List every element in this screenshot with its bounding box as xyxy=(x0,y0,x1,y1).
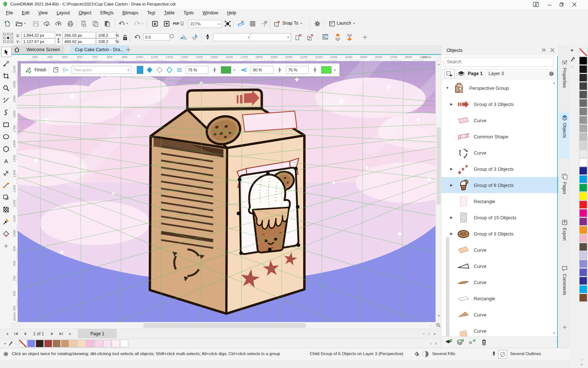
connector-tool[interactable] xyxy=(1,180,11,190)
outline-style-dropdown[interactable]: ▾ xyxy=(250,33,291,41)
copy-button[interactable] xyxy=(90,19,100,28)
menu-help[interactable]: Help xyxy=(223,10,241,16)
objects-scroll-down-icon[interactable]: ▼ xyxy=(553,332,556,335)
expander-icon[interactable]: ▶ xyxy=(450,167,456,171)
to-back-button[interactable] xyxy=(345,33,354,42)
remove-all-perspective-button[interactable] xyxy=(306,33,315,41)
doc-swatch-f6bddd[interactable] xyxy=(86,340,94,347)
open-button[interactable] xyxy=(14,19,24,28)
color-eyedropper-tool[interactable] xyxy=(1,217,11,226)
rectangle-tool[interactable] xyxy=(1,120,11,129)
expander-icon[interactable]: ▶ xyxy=(450,102,456,106)
welcome-home-tab[interactable] xyxy=(12,45,22,54)
palette-scroll-up-icon[interactable]: ⌃ xyxy=(571,66,574,70)
palette-swatch-141414[interactable] xyxy=(579,65,587,73)
menu-object[interactable]: Object xyxy=(74,10,96,16)
menu-layout[interactable]: Layout xyxy=(52,10,74,16)
finish-button[interactable]: Finish xyxy=(35,67,46,72)
undo-dropdown-caret[interactable]: ▾ xyxy=(126,22,128,25)
carton[interactable] xyxy=(150,90,304,314)
object-label[interactable]: Common Shape xyxy=(474,134,508,139)
snap-to-dropdown[interactable]: Snap To▾ xyxy=(282,21,302,26)
page-label[interactable]: Page 1 xyxy=(468,71,483,76)
docker-tab-objects[interactable]: Objects xyxy=(559,112,570,159)
object-row-12[interactable]: Curve xyxy=(441,274,559,290)
new-layer-button[interactable] xyxy=(445,339,452,346)
new-tab-button[interactable] xyxy=(126,47,131,52)
add-page-button[interactable]: + xyxy=(3,329,12,338)
mirror-horizontal-button[interactable] xyxy=(179,33,187,41)
palette-swatch-5a5ac2[interactable] xyxy=(579,268,587,276)
object-row-14[interactable]: Curve xyxy=(441,307,559,323)
y-position-field[interactable]: 1,137.67 px xyxy=(21,38,55,45)
docker-tab-export[interactable]: Export xyxy=(559,216,570,263)
add-page-button-2[interactable]: + xyxy=(65,329,74,338)
menu-text[interactable]: Text xyxy=(143,10,159,16)
first-page-button[interactable] xyxy=(12,329,21,338)
menu-file[interactable]: File xyxy=(1,10,17,16)
slider-handle-icon-1[interactable] xyxy=(211,66,218,74)
doc-swatch-a5714e[interactable] xyxy=(53,340,61,347)
object-height-field[interactable]: 496.62 px xyxy=(62,38,96,45)
object-row-4[interactable]: Curve xyxy=(441,145,559,161)
palette-swatch-8d8dd8[interactable] xyxy=(579,260,587,268)
palette-swatch-000000[interactable] xyxy=(579,57,587,65)
tab-document-active[interactable]: Cup Cake Carton - Dra... xyxy=(71,45,128,54)
menu-table[interactable]: Table xyxy=(160,10,179,16)
doc-swatch-f9d4e9[interactable] xyxy=(95,340,103,347)
palette-swatch-00a0e3[interactable] xyxy=(579,175,587,183)
cupcake-label-group[interactable] xyxy=(240,168,298,254)
horizon-opacity-field[interactable]: 90 % xyxy=(251,66,273,74)
page-tabs-left-icon[interactable]: ‹ xyxy=(423,331,424,336)
polygon-tool[interactable] xyxy=(1,144,11,153)
grid-opacity-field-1[interactable]: 75 % xyxy=(186,66,208,74)
palette-eyedropper-icon[interactable] xyxy=(8,341,13,346)
object-row-11[interactable]: Curve xyxy=(441,258,559,274)
object-label[interactable]: Rectangle xyxy=(474,296,495,301)
object-label[interactable]: Group of 15 Objects xyxy=(474,215,516,220)
horizon-color-swatch[interactable] xyxy=(321,66,331,74)
scale-x-field[interactable]: 108.2 xyxy=(96,32,117,38)
rotation-angle-field[interactable]: 0.0 xyxy=(143,33,170,40)
scroll-down-icon[interactable]: ▼ xyxy=(437,314,440,318)
tab-welcome-screen[interactable]: Welcome Screen xyxy=(22,45,64,54)
last-page-button[interactable] xyxy=(57,329,65,338)
objects-scroll-up-icon[interactable]: ▲ xyxy=(553,81,556,85)
scroll-up-icon[interactable]: ▲ xyxy=(437,63,440,66)
object-label[interactable]: Curve xyxy=(474,312,487,318)
docker-tab-comments[interactable]: Comments xyxy=(559,262,570,309)
palette-swatch-5d4e43[interactable] xyxy=(579,243,587,251)
object-row-13[interactable]: Rectangle xyxy=(441,290,559,307)
fill-color-indicator[interactable] xyxy=(422,350,429,358)
mirror-vertical-button[interactable] xyxy=(190,33,198,41)
vanishing-point-icon[interactable] xyxy=(62,66,69,74)
object-row-7[interactable]: Rectangle xyxy=(441,193,559,209)
export-cloud-button[interactable] xyxy=(54,19,63,28)
palette-swatch-aaaaaa[interactable] xyxy=(579,124,587,132)
grid-plane-right-icon[interactable] xyxy=(166,66,173,74)
crop-tool[interactable] xyxy=(1,71,11,81)
object-row-10[interactable]: Curve xyxy=(441,242,559,258)
doc-swatch-c99a70[interactable] xyxy=(61,340,69,347)
object-label[interactable]: Curve xyxy=(474,263,487,269)
page-layer-row[interactable]: Page 1 Layer 3 xyxy=(441,68,559,79)
lock-perspective-icon[interactable] xyxy=(52,66,59,74)
docpal-right-icon[interactable]: › xyxy=(430,341,431,346)
palette-swatch-cfc9ea[interactable] xyxy=(579,251,587,259)
print-button[interactable] xyxy=(65,19,75,28)
palette-swatch-d4d4d4[interactable] xyxy=(579,141,587,149)
roof-label[interactable] xyxy=(243,111,297,132)
object-width-field[interactable]: 266.03 px xyxy=(62,32,96,38)
doc-swatch-fbe4f0[interactable] xyxy=(103,340,111,347)
object-row-3[interactable]: Common Shape xyxy=(441,128,559,145)
text-tool[interactable]: A xyxy=(1,156,11,166)
docker-add-tab[interactable] xyxy=(559,321,570,335)
palette-swatch-ec008c[interactable] xyxy=(579,209,587,217)
object-row-1[interactable]: ▶Group of 3 Objects xyxy=(441,96,559,112)
objects-search-input[interactable] xyxy=(444,57,554,67)
palette-swatch-404040[interactable] xyxy=(579,82,587,90)
page-tabs-more-icon[interactable]: » xyxy=(433,331,436,336)
menu-edit[interactable]: Edit xyxy=(17,10,34,16)
new-master-layer-button[interactable] xyxy=(457,339,464,346)
doc-swatch-9e423c[interactable] xyxy=(44,340,52,347)
